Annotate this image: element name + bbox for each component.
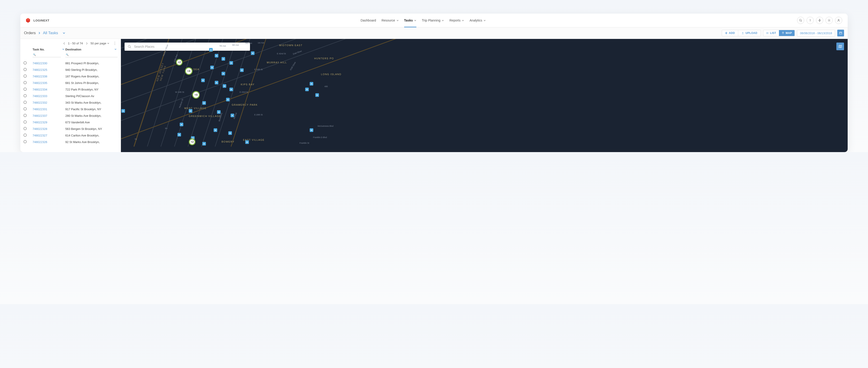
- task-link[interactable]: 748022329: [33, 121, 47, 124]
- upload-button[interactable]: UPLOAD: [738, 30, 761, 36]
- map-marker[interactable]: M: [229, 61, 233, 65]
- task-link[interactable]: 748022334: [33, 88, 47, 91]
- col-destination[interactable]: Destination: [65, 48, 118, 51]
- map-panel[interactable]: MIDTOWN EASTCHELSEAMURRAY HILLKIPS BAYHU…: [121, 39, 848, 152]
- task-link[interactable]: 748022325: [33, 68, 47, 72]
- search-button[interactable]: [797, 17, 804, 24]
- task-row[interactable]: 748022331917 Pacific St Brooklyn, NY: [24, 106, 119, 112]
- task-row[interactable]: 748022334722 Park Pl Brooklyn, NY: [24, 86, 119, 93]
- map-marker[interactable]: M: [226, 98, 230, 102]
- prev-page-button[interactable]: [63, 42, 65, 45]
- map-marker[interactable]: M: [310, 82, 313, 86]
- task-link[interactable]: 748022333: [33, 94, 47, 98]
- task-row[interactable]: 748022328563 Bergen St Brooklyn, NY: [24, 125, 119, 132]
- map-marker[interactable]: M: [221, 57, 225, 61]
- row-radio[interactable]: [24, 114, 27, 117]
- task-row[interactable]: 74802232692 St Marks Ave Brooklyn,: [24, 139, 119, 145]
- map-marker[interactable]: M: [121, 109, 125, 113]
- row-radio[interactable]: [24, 68, 27, 71]
- map-marker[interactable]: M: [310, 128, 313, 132]
- nav-item-tasks[interactable]: Tasks: [404, 17, 416, 24]
- nav-item-resource[interactable]: Resource: [381, 17, 399, 24]
- more-options-button[interactable]: ⋮: [112, 41, 118, 46]
- list-view-button[interactable]: LIST: [763, 30, 779, 36]
- map-cluster[interactable]: +4: [192, 91, 200, 99]
- map-layer-button[interactable]: [836, 43, 844, 50]
- map-view-button[interactable]: MAP: [779, 30, 795, 36]
- row-radio[interactable]: [24, 127, 27, 130]
- row-radio[interactable]: [24, 94, 27, 97]
- nav-item-analytics[interactable]: Analytics: [469, 17, 486, 24]
- map-marker[interactable]: M: [201, 79, 205, 82]
- map-marker[interactable]: M: [230, 114, 234, 117]
- next-page-button[interactable]: [86, 42, 88, 45]
- map-marker[interactable]: M: [209, 48, 213, 52]
- row-radio[interactable]: [24, 120, 27, 123]
- task-link[interactable]: 748022330: [33, 62, 47, 65]
- task-link[interactable]: 748022326: [33, 140, 47, 144]
- map-marker[interactable]: M: [228, 131, 232, 135]
- map-marker[interactable]: M: [178, 133, 181, 137]
- task-link[interactable]: 748022328: [33, 127, 47, 131]
- task-row[interactable]: 748022330881 Prospect Pl Brooklyn,: [24, 60, 119, 66]
- map-marker[interactable]: M: [245, 140, 249, 144]
- map-marker[interactable]: M: [202, 142, 206, 145]
- map-marker[interactable]: M: [223, 84, 226, 88]
- task-link[interactable]: 748022335: [33, 81, 47, 85]
- row-radio[interactable]: [24, 75, 27, 78]
- map-marker[interactable]: M: [221, 72, 225, 75]
- map-marker[interactable]: M: [229, 88, 233, 91]
- nav-item-reports[interactable]: Reports: [450, 17, 464, 24]
- task-row[interactable]: 748022337280 St Marks Ave Brooklyn,: [24, 112, 119, 119]
- task-link[interactable]: 748022332: [33, 101, 47, 104]
- task-link[interactable]: 748022337: [33, 114, 47, 117]
- map-marker[interactable]: M: [217, 110, 221, 114]
- map-cluster[interactable]: +4: [185, 67, 193, 75]
- map-marker[interactable]: M: [202, 101, 206, 105]
- help-button[interactable]: [807, 17, 814, 24]
- breadcrumb-current[interactable]: All Tasks: [43, 31, 58, 35]
- map-marker[interactable]: M: [305, 88, 309, 91]
- filter-dest-input[interactable]: [65, 53, 118, 57]
- map-marker[interactable]: M: [189, 109, 192, 113]
- map-marker[interactable]: M: [251, 51, 254, 55]
- map-marker[interactable]: M: [215, 81, 218, 84]
- task-row[interactable]: 748022325940 Sterling Pl Brooklyn,: [24, 66, 119, 73]
- nav-item-dashboard[interactable]: Dashboard: [361, 17, 376, 24]
- task-row[interactable]: 748022335681 St Johns Pl Brooklyn,: [24, 80, 119, 86]
- map-cluster[interactable]: +2: [176, 59, 183, 66]
- settings-button[interactable]: [826, 17, 833, 24]
- map-marker[interactable]: M: [180, 123, 183, 126]
- date-range[interactable]: 06/06/2018 - 06/13/2018: [797, 30, 835, 36]
- chevron-down-icon[interactable]: [63, 32, 65, 34]
- filter-task-input[interactable]: [33, 53, 61, 57]
- task-link[interactable]: 748022327: [33, 134, 47, 137]
- task-link[interactable]: 748022338: [33, 75, 47, 78]
- breadcrumb-root[interactable]: Orders: [24, 31, 36, 35]
- map-marker[interactable]: M: [315, 93, 319, 97]
- map-marker[interactable]: M: [215, 54, 218, 57]
- map-marker[interactable]: M: [210, 66, 214, 69]
- row-radio[interactable]: [24, 107, 27, 110]
- logo[interactable]: LOGINEXT: [25, 17, 49, 24]
- task-row[interactable]: 748022338187 Rogers Ave Brooklyn,: [24, 73, 119, 80]
- task-link[interactable]: 748022331: [33, 108, 47, 111]
- search-places-input[interactable]: [134, 45, 247, 49]
- row-radio[interactable]: [24, 81, 27, 84]
- map-marker[interactable]: M: [214, 128, 217, 132]
- col-task-no[interactable]: Task No.: [33, 48, 65, 51]
- row-radio[interactable]: [24, 88, 27, 91]
- profile-button[interactable]: [835, 17, 842, 24]
- row-radio[interactable]: [24, 61, 27, 64]
- nav-item-trip-planning[interactable]: Trip Planning: [422, 17, 444, 24]
- map-marker[interactable]: M: [240, 68, 244, 72]
- task-row[interactable]: 748022327614 Carlton Ave Brooklyn,: [24, 132, 119, 139]
- row-radio[interactable]: [24, 134, 27, 137]
- row-radio[interactable]: [24, 140, 27, 143]
- map-cluster[interactable]: +2: [189, 139, 195, 145]
- task-row[interactable]: 748022329673 Vanderbilt Ave: [24, 119, 119, 125]
- task-row[interactable]: 748022332343 St Marks Ave Brooklyn,: [24, 100, 119, 106]
- calendar-button[interactable]: [837, 30, 844, 36]
- per-page-select[interactable]: 50 per page: [91, 41, 110, 45]
- row-radio[interactable]: [24, 101, 27, 104]
